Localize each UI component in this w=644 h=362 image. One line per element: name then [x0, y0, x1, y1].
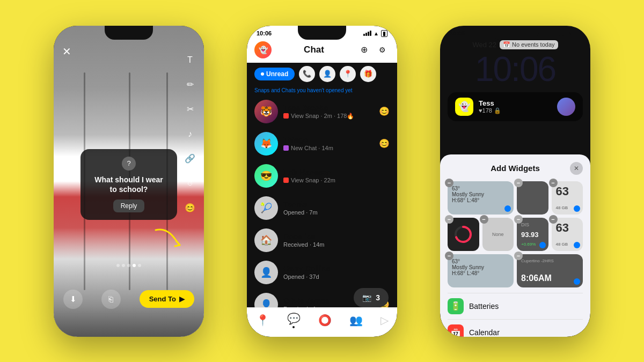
chat-add-friend-button[interactable]: ⊕: [356, 42, 371, 57]
aw-weather-widget-1[interactable]: − 63°Mostly SunnyH:68° L:48°: [448, 181, 514, 215]
ios-snap-widget-info: Tess ♥178 🔒: [479, 99, 552, 114]
chat-sub-harry: Opened · 37d: [283, 274, 390, 280]
ios-calendar-badge: 📅 No events today: [500, 40, 558, 49]
snap-share-button[interactable]: ⎗: [101, 290, 121, 309]
snap-send-button[interactable]: Send To ▶: [140, 290, 194, 308]
chat-item-info-erik: Erik Hansson View Snap · 22m: [283, 168, 390, 183]
chat-sub-thiago: New Chat · 14m: [283, 145, 374, 151]
chat-unread-filter[interactable]: Unread: [254, 68, 295, 80]
snap-music-tool[interactable]: ♪: [182, 127, 197, 142]
aw-list-item-batteries[interactable]: 🔋 Batteries: [448, 293, 583, 319]
snap-link-tool[interactable]: 🔗: [182, 151, 197, 166]
chat-filter-gift[interactable]: 🎁: [360, 66, 376, 82]
snap-sticker-tool[interactable]: 😊: [182, 201, 197, 216]
chat-meta-tess: 😊: [379, 106, 390, 116]
aw-remove-7[interactable]: −: [549, 215, 558, 224]
aw-remove-1[interactable]: −: [445, 179, 453, 187]
chat-sub-tennis: Opened · 7m: [283, 209, 390, 216]
chat-nav-chat[interactable]: 💬: [287, 312, 301, 328]
snap-reply-button[interactable]: Reply: [113, 200, 145, 212]
chat-nav-map[interactable]: 📍: [256, 314, 269, 327]
aw-blue-dot-3: [574, 205, 580, 212]
aw-remove-5[interactable]: −: [480, 215, 488, 224]
chat-item-harry[interactable]: 👤 Harry Collins Opened · 37d: [247, 256, 397, 289]
ios-no-events: No events today: [512, 41, 555, 48]
snap-dot-5: [138, 264, 141, 267]
aw-widget-grid: − 63°Mostly SunnyH:68° L:48° − − 63 48 G…: [448, 181, 583, 287]
snap-download-button[interactable]: ⬇: [63, 290, 83, 309]
ios-signal-icon: [557, 31, 565, 36]
aw-stock-widget[interactable]: − DIS 93.93 +0.69%: [517, 218, 548, 251]
snap-dot-4: [133, 264, 136, 267]
chat-filter-phone[interactable]: 📞: [299, 66, 315, 82]
aw-remove-9[interactable]: −: [514, 252, 523, 260]
chat-item-tess[interactable]: 🐯 Tess Jacobs View Snap · 2m · 178🔥 😊: [247, 95, 397, 128]
aw-ring-widget[interactable]: −: [448, 218, 479, 251]
aw-remove-3[interactable]: −: [549, 179, 558, 187]
snap-scissors-tool[interactable]: ✂: [182, 102, 197, 117]
chat-settings-button[interactable]: ⚙: [375, 42, 390, 57]
chat-meta-thiago: 😊: [379, 138, 390, 149]
chat-wifi-icon: ▲: [374, 31, 379, 36]
snap-dot-2: [122, 264, 125, 267]
aw-blue-dot-1: [504, 205, 511, 212]
chat-user-avatar: 👻: [254, 41, 272, 58]
snap-timer-tool[interactable]: ⏱: [182, 176, 197, 191]
ios-time: 10:06: [450, 30, 465, 37]
chat-avatar-thiago: 🦊: [254, 132, 278, 156]
aw-cupertino-widget[interactable]: − Cupertino -2HRS 8:06AM: [517, 254, 583, 287]
aw-batteries-icon: 🔋: [448, 298, 464, 314]
aw-remove-4[interactable]: −: [445, 215, 453, 224]
chat-nav-friends[interactable]: 👥: [349, 314, 363, 327]
snap-dot-3: [127, 264, 130, 267]
chat-time: 10:06: [257, 30, 272, 36]
snap-question-card: ? What should I wear to school? Reply: [80, 149, 177, 220]
snap-text-tool[interactable]: T: [182, 53, 197, 68]
aw-num-widget-1[interactable]: − 63 48 GB: [552, 181, 583, 215]
aw-dark-widget-1[interactable]: −: [517, 181, 548, 215]
aw-remove-6[interactable]: −: [514, 215, 523, 224]
chat-item-roomies[interactable]: 🏠 Roomies Received · 14m: [247, 224, 397, 256]
aw-title: Add Widgets: [460, 164, 570, 173]
chat-filter-bitmoji[interactable]: 👤: [319, 66, 335, 82]
aw-stock-value: 93.93: [521, 231, 544, 238]
chat-section-label: Snaps and Chats you haven't opened yet: [247, 85, 397, 95]
phone-3-notch: [491, 26, 539, 40]
chat-bottom-nav: 📍 💬 ⭕ 👥 ▷: [247, 307, 397, 337]
aw-none-widget[interactable]: − None: [482, 218, 514, 251]
aw-weather-temp-1: 63°Mostly SunnyH:68° L:48°: [452, 186, 509, 203]
snap-dot-1: [116, 264, 120, 267]
aw-close-button[interactable]: ✕: [570, 162, 583, 175]
chat-avatar-tess: 🐯: [254, 100, 278, 123]
aw-list-item-calendar[interactable]: 📅 Calendar: [448, 319, 583, 337]
chat-avatar-tennis: 🎾: [254, 196, 278, 220]
chat-signal-icon: [363, 31, 371, 36]
chat-filter-location[interactable]: 📍: [340, 66, 356, 82]
aw-num-widget-2[interactable]: − 63 48 GB: [552, 218, 583, 251]
aw-cupertino-label: Cupertino -2HRS: [521, 258, 579, 263]
aw-num-value-1: 63: [556, 186, 579, 197]
ios-battery-icon: ▮: [574, 30, 581, 37]
aw-weather-widget-2[interactable]: − 63°Mostly SunnyH:68° L:48°: [448, 254, 514, 287]
chat-item-info-harry: Harry Collins Opened · 37d: [283, 264, 390, 280]
chat-item-erik[interactable]: 😎 Erik Hansson View Snap · 22m: [247, 160, 397, 192]
chat-item-info-roomies: Roomies Received · 14m: [283, 232, 390, 248]
ios-snap-widget[interactable]: 👻 Tess ♥178 🔒: [448, 92, 583, 121]
ios-calendar-icon: 📅: [503, 41, 510, 48]
snap-draw-tool[interactable]: ✏: [182, 77, 197, 92]
ios-time-large: 10:06: [440, 50, 590, 92]
chat-item-tennis[interactable]: 🎾 Tennis Opened · 7m: [247, 192, 397, 224]
chat-camera-fab[interactable]: 📷 3: [354, 288, 389, 307]
aw-remove-2[interactable]: −: [514, 179, 523, 187]
snap-close-button[interactable]: ✕: [62, 45, 71, 58]
ios-status-icons: ▲ ▮: [557, 30, 581, 37]
ios-snap-contact-name: Tess: [479, 99, 552, 107]
chat-name-roomies: Roomies: [283, 232, 390, 241]
chat-nav-stories[interactable]: ▷: [380, 314, 389, 327]
chat-item-thiago[interactable]: 🦊 Thiago New Chat · 14m 😊: [247, 128, 397, 160]
aw-cupertino-time: 8:06AM: [521, 274, 579, 283]
phone-2-notch: [298, 26, 346, 40]
ios-snap-widget-row: 👻 Tess ♥178 🔒: [440, 92, 590, 121]
chat-nav-camera[interactable]: ⭕: [318, 314, 332, 327]
aw-remove-8[interactable]: −: [445, 252, 453, 260]
